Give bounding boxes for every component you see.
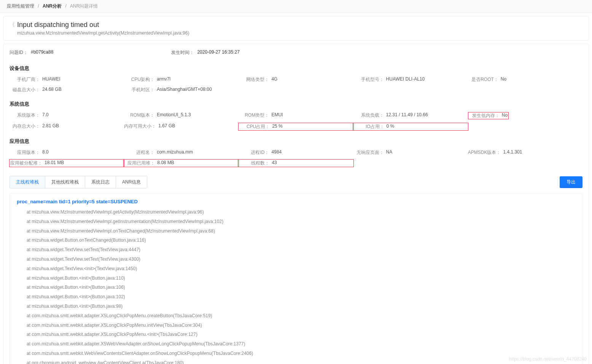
stack-line: at mizuhua.widget.Button.onTextChanged(B…: [17, 236, 575, 245]
tz-value: Asia/Shanghai/GMT+08:00: [157, 87, 212, 93]
net-type-value: 4G: [271, 76, 277, 83]
tz-label: 手机时区：: [124, 87, 154, 93]
used-value: 8.08 MB: [157, 160, 174, 166]
header-panel: 〈 Input dispatching timed out mizuhua.vi…: [3, 16, 589, 41]
page-subtitle: mizuhua.view.MzInstrumentedViewImpl.getA…: [17, 30, 582, 36]
no-resp-value: NA: [386, 149, 393, 156]
rom-ver-value: EmotionUI_5.1.3: [157, 112, 191, 119]
threads-value: 43: [272, 160, 277, 166]
meta-row: 问题ID： #b079ca88 发生时间： 2020-09-27 16:35:2…: [10, 44, 582, 61]
used-label: 应用已用堆：: [124, 160, 155, 166]
model-value: HUAWEI DLI-AL10: [386, 76, 425, 83]
cpu-label: CPU占用：: [239, 123, 270, 130]
section-device-title: 设备信息: [10, 61, 582, 74]
sys-ver-label: 系统版本：: [10, 112, 40, 119]
stack-lines: at mizuhua.view.MzInstrumentedViewImpl.g…: [17, 207, 575, 364]
disk-label: 磁盘总大小：: [10, 87, 40, 93]
model-label: 手机型号：: [353, 76, 384, 83]
sdk-label: APMSDK版本：: [468, 149, 501, 156]
breadcrumb-item-3: ANR问题详情: [70, 3, 98, 9]
io-label: IO占用：: [354, 123, 384, 130]
root-label: 是否ROOT：: [468, 76, 498, 83]
stack-line: at com.mizuhua.smtt.webkit.adapter.X5Lon…: [17, 330, 575, 339]
stack-line: at com.mizuhua.smtt.webkit.WebViewConten…: [17, 349, 575, 358]
rom-type-label: ROM类型：: [239, 112, 269, 119]
stack-line: at mizuhua.view.MzInstrumentedViewImpl.g…: [17, 217, 575, 226]
time-label: 发生时间：: [171, 49, 194, 56]
threads-label: 线程数：: [239, 160, 269, 166]
app-info-grid: 应用版本：8.0 进程名：com.mizuhua.mm 进程ID：4984 无响…: [10, 147, 582, 171]
tab-system-log[interactable]: 系统日志: [85, 176, 116, 188]
stack-line: at com.mizuhua.smtt.webkit.adapter.X5Lon…: [17, 321, 575, 330]
stack-header: proc_name=main tid=1 priority=5 state=SU…: [17, 199, 575, 204]
io-value: 0 %: [387, 123, 395, 130]
time-value: 2020-09-27 16:35:27: [197, 49, 239, 56]
problem-id-label: 问题ID：: [10, 49, 28, 56]
threads-highlight: 线程数：43: [238, 160, 353, 167]
main-panel: 问题ID： #b079ca88 发生时间： 2020-09-27 16:35:2…: [3, 44, 589, 364]
back-icon[interactable]: 〈: [10, 22, 17, 28]
stack-line: at org.chromium.android_webview.AwConten…: [17, 358, 575, 364]
device-info-grid: 手机厂商：HUAWEI CPU架构：armv7l 网络类型：4G 手机型号：HU…: [10, 74, 582, 97]
export-button[interactable]: 导出: [560, 176, 582, 188]
stack-line: at mizuhua.widget.TextView.setText(TextV…: [17, 245, 575, 255]
cpu-value: 25 %: [272, 123, 282, 130]
rom-ver-label: ROM版本：: [124, 112, 154, 119]
stack-line: at mizuhua.view.MzInstrumentedViewImpl.g…: [17, 207, 575, 217]
app-ver-label: 应用版本：: [10, 149, 40, 156]
mem-total-value: 2.81 GB: [42, 123, 59, 130]
tabs-row: 主线程堆栈 其他线程堆栈 系统日志 ANR信息 导出: [10, 176, 582, 188]
used-highlight: 应用已用堆：8.08 MB: [124, 160, 239, 167]
proc-id-value: 4984: [271, 149, 282, 156]
stack-line: at com.mizuhua.smtt.webkit.adapter.X5Web…: [17, 339, 575, 349]
proc-name-label: 进程名：: [124, 149, 154, 156]
watermark: https://blog.csdn.net/weixin_44708240: [509, 356, 587, 362]
vendor-label: 手机厂商：: [10, 76, 40, 83]
section-app-title: 应用信息: [10, 134, 582, 147]
sdk-value: 1.4.1.301: [503, 149, 522, 156]
system-info-grid: 系统版本：7.0 ROM版本：EmotionUI_5.1.3 ROM类型：EMU…: [10, 110, 582, 134]
breadcrumb-sep: /: [38, 3, 39, 9]
alloc-highlight: 应用被分配堆：18.01 MB: [10, 160, 124, 167]
proc-name-value: com.mizuhua.mm: [157, 149, 193, 156]
alloc-label: 应用被分配堆：: [10, 160, 42, 166]
breadcrumb: 应用性能管理 / ANR分析 / ANR问题详情: [0, 0, 592, 13]
io-highlight: IO占用：0 %: [353, 123, 468, 130]
cpu-highlight: CPU占用：25 %: [239, 123, 353, 130]
disk-value: 24.68 GB: [42, 87, 62, 93]
stack-line: at mizuhua.widget.Button.<init>(Button.j…: [17, 274, 575, 283]
load-value: 12.31 / 11.49 / 10.66: [386, 112, 428, 119]
breadcrumb-sep: /: [65, 3, 66, 9]
lowmem-value: No: [502, 112, 508, 119]
rom-type-value: EMUI: [271, 112, 283, 119]
net-type-label: 网络类型：: [239, 76, 269, 83]
page-title: Input dispatching timed out: [17, 21, 99, 29]
no-resp-label: 无响应页面：: [353, 149, 384, 156]
vendor-value: HUAWEI: [42, 76, 60, 83]
stack-line: at com.mizuhua.smtt.webkit.adapter.X5Lon…: [17, 311, 575, 321]
proc-id-label: 进程ID：: [239, 149, 269, 156]
app-ver-value: 8.0: [42, 149, 49, 156]
section-system-title: 系统信息: [10, 97, 582, 110]
breadcrumb-item-1[interactable]: 应用性能管理: [7, 3, 34, 9]
tab-other-thread-stack[interactable]: 其他线程堆栈: [45, 176, 85, 188]
stack-line: at mizuhua.widget.TextView.setText(TextV…: [17, 255, 575, 264]
lowmem-highlight: 发生低内存：No: [468, 112, 509, 119]
sys-ver-value: 7.0: [42, 112, 49, 119]
problem-id-value: #b079ca88: [31, 49, 53, 56]
tab-anr-info[interactable]: ANR信息: [116, 176, 147, 188]
breadcrumb-item-2[interactable]: ANR分析: [43, 3, 62, 9]
cpu-arch-label: CPU架构：: [124, 76, 154, 83]
stack-line: at mizuhua.widget.TextView.<init>(TextVi…: [17, 264, 575, 274]
stack-panel: proc_name=main tid=1 priority=5 state=SU…: [10, 193, 582, 364]
stack-line: at mizuhua.widget.Button.<init>(Button.j…: [17, 292, 575, 302]
load-label: 系统负载：: [353, 112, 384, 119]
mem-avail-value: 1.67 GB: [158, 123, 175, 130]
mem-total-label: 内存总大小：: [10, 123, 40, 130]
mem-avail-label: 内存可用大小：: [124, 123, 156, 130]
alloc-value: 18.01 MB: [45, 160, 64, 166]
root-value: No: [501, 76, 506, 83]
stack-line: at mizuhua.view.MzInstrumentedViewImpl.o…: [17, 226, 575, 236]
cpu-arch-value: armv7l: [157, 76, 170, 83]
tab-main-thread-stack[interactable]: 主线程堆栈: [10, 176, 45, 188]
